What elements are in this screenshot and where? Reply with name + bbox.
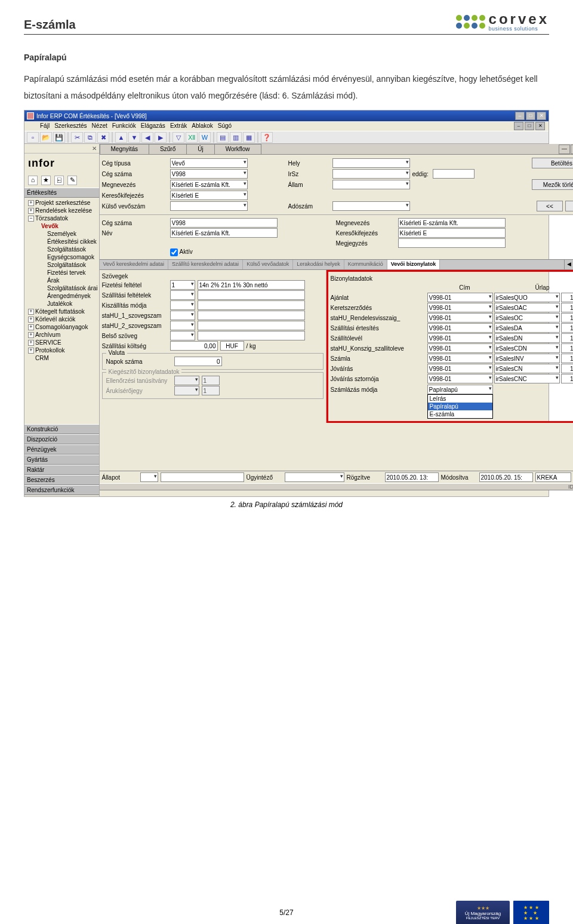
- mini-collapse-icon[interactable]: —: [559, 145, 570, 154]
- fld-sz[interactable]: [561, 293, 574, 302]
- fld-urlap[interactable]: [494, 354, 560, 363]
- tb-save-icon[interactable]: 💾: [53, 132, 65, 143]
- menu-sugo[interactable]: Súgó: [218, 122, 232, 130]
- fld-megnevezes2[interactable]: [398, 218, 506, 228]
- tree-item-6[interactable]: Szolgáltatások: [27, 245, 99, 253]
- tb-copy-icon[interactable]: ⧉: [84, 132, 96, 143]
- side-home-icon[interactable]: ⌂: [28, 176, 38, 185]
- tb-filter-icon[interactable]: ▽: [172, 132, 184, 143]
- fld-allam[interactable]: [332, 180, 410, 189]
- btn-next[interactable]: >>: [565, 201, 573, 211]
- fld-sz[interactable]: [561, 374, 574, 383]
- mdi-maximize-button[interactable]: □: [525, 122, 534, 130]
- fld-modositva[interactable]: [479, 472, 533, 482]
- chk-aktiv[interactable]: [170, 248, 178, 256]
- tb-up-icon[interactable]: ▲: [115, 132, 127, 143]
- fld-sz[interactable]: [561, 303, 574, 312]
- fld-sz[interactable]: [561, 333, 574, 343]
- tree-item-0[interactable]: Projekt szerkesztése: [27, 199, 99, 207]
- btn-betoltes[interactable]: Betöltés: [532, 158, 573, 168]
- fld-fizfeltetel-text[interactable]: [198, 280, 305, 290]
- tree-item-15[interactable]: Körlevél akciók: [27, 315, 99, 323]
- menu-ablakok[interactable]: Ablakok: [192, 122, 213, 130]
- btn-mezok-torlese[interactable]: Mezők törlése: [532, 179, 573, 190]
- tree-item-8[interactable]: Szolgáltatások: [27, 261, 99, 269]
- subtab-2[interactable]: Külső vevőadatok: [243, 260, 293, 269]
- fld-urlap[interactable]: [494, 333, 560, 343]
- subtab-4[interactable]: Kommunikáció: [344, 260, 387, 269]
- fld-adoszam[interactable]: [332, 201, 410, 211]
- subtab-nav-left-icon[interactable]: ◀: [564, 260, 573, 269]
- menu-elagazas[interactable]: Elágazás: [141, 122, 165, 130]
- subtab-1[interactable]: Szállító kereskedelmi adatai: [168, 260, 243, 269]
- fld-eddig[interactable]: [433, 169, 475, 179]
- fld-allapot-text[interactable]: [161, 472, 244, 482]
- close-button[interactable]: ✕: [537, 112, 546, 120]
- fld-stahu1-text[interactable]: [198, 311, 305, 320]
- fld-ceg-szama[interactable]: [170, 169, 248, 179]
- tree-item-20[interactable]: CRM: [27, 354, 99, 362]
- fld-urlap[interactable]: [494, 374, 560, 383]
- fld-megjegyzes[interactable]: [398, 238, 506, 248]
- fld-allapot[interactable]: [140, 472, 158, 482]
- tb-fwd-icon[interactable]: ▶: [155, 132, 167, 143]
- fld-napok[interactable]: [174, 357, 222, 366]
- fld-irsz[interactable]: [332, 169, 410, 179]
- fld-ceg-szama2[interactable]: [170, 218, 278, 228]
- menu-nezet[interactable]: Nézet: [92, 122, 107, 130]
- dd-option-2[interactable]: E-számla: [428, 410, 492, 418]
- fld-szallktg[interactable]: [170, 341, 218, 351]
- fld-stahu2[interactable]: [170, 321, 195, 330]
- tree-item-10[interactable]: Árak: [27, 277, 99, 284]
- tb-word-icon[interactable]: W: [199, 132, 211, 143]
- fld-urlap[interactable]: [494, 293, 560, 302]
- tab-workflow[interactable]: Workflow: [214, 144, 261, 154]
- fld-sz[interactable]: [561, 343, 574, 353]
- tb-excel-icon[interactable]: Ⅻ: [186, 132, 198, 143]
- side-section-0[interactable]: Konstrukció: [24, 424, 99, 434]
- tb-help-icon[interactable]: ❓: [261, 132, 273, 143]
- tree-item-1[interactable]: Rendelések kezelése: [27, 207, 99, 214]
- fld-cim[interactable]: [427, 313, 493, 323]
- fld-sz[interactable]: [561, 323, 574, 333]
- side-section-6[interactable]: Rendszerfunkciók: [24, 485, 99, 495]
- dropdown-szamlamod[interactable]: [427, 385, 493, 394]
- fld-urlap[interactable]: [494, 323, 560, 333]
- subtab-0[interactable]: Vevő kereskedelmi adatai: [100, 260, 169, 269]
- tree-item-5[interactable]: Értékesítési cikkek: [27, 238, 99, 245]
- tab-uj[interactable]: Új: [186, 144, 214, 154]
- tab-szuro[interactable]: Szűrő: [149, 144, 187, 154]
- fld-cim[interactable]: [427, 293, 493, 302]
- fld-rogzitve[interactable]: [385, 472, 439, 482]
- side-fav-icon[interactable]: ★: [41, 176, 51, 185]
- fld-urlap[interactable]: [494, 343, 560, 353]
- subtab-3[interactable]: Lerakodási helyek: [293, 260, 344, 269]
- fld-cim[interactable]: [427, 303, 493, 312]
- tb-new-icon[interactable]: ▫: [27, 132, 39, 143]
- menu-szerkesztes[interactable]: Szerkesztés: [54, 122, 87, 130]
- tb-back-icon[interactable]: ◀: [141, 132, 153, 143]
- fld-megnevezes[interactable]: [170, 180, 248, 189]
- fld-kiszall[interactable]: [170, 300, 195, 310]
- menu-extrak[interactable]: Extrák: [170, 122, 187, 130]
- tree-item-18[interactable]: SERVICE: [27, 339, 99, 346]
- mini-restore-icon[interactable]: ▢: [571, 145, 573, 154]
- tree-item-17[interactable]: Archívum: [27, 331, 99, 339]
- fld-cim[interactable]: [427, 354, 493, 363]
- menu-funkciok[interactable]: Funkciók: [112, 122, 136, 130]
- tb-cut-icon[interactable]: ✂: [71, 132, 83, 143]
- fld-kiszall-text[interactable]: [198, 300, 305, 310]
- fld-sz[interactable]: [561, 364, 574, 373]
- fld-keresokifejezes[interactable]: [170, 191, 248, 200]
- minimize-button[interactable]: –: [515, 112, 525, 120]
- tree-item-4[interactable]: Személyek: [27, 230, 99, 238]
- tree-item-3[interactable]: Vevők: [27, 222, 99, 230]
- fld-szallfelt[interactable]: [170, 290, 195, 300]
- fld-keresokifej2[interactable]: [398, 228, 506, 238]
- fld-hely[interactable]: [332, 158, 410, 168]
- tree-item-2[interactable]: Törzsadatok: [27, 214, 99, 222]
- side-section-3[interactable]: Gyártás: [24, 455, 99, 465]
- mdi-close-button[interactable]: ✕: [535, 122, 545, 130]
- tb-open-icon[interactable]: 📂: [40, 132, 52, 143]
- fld-cim[interactable]: [427, 364, 493, 373]
